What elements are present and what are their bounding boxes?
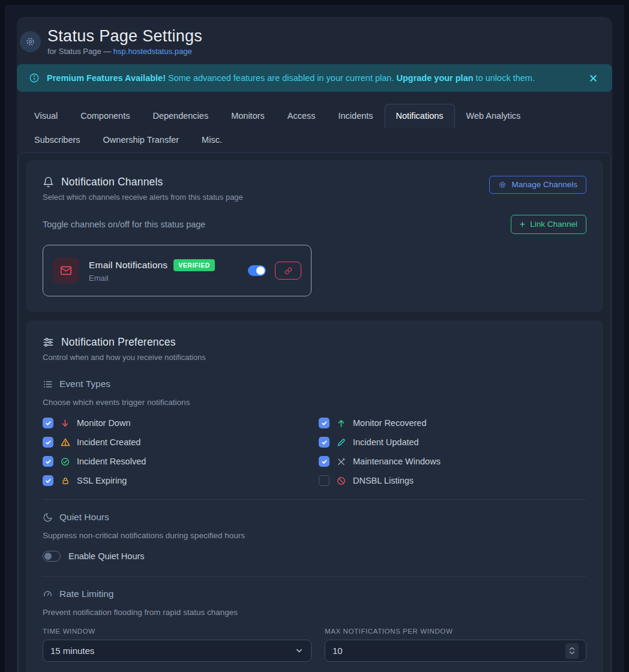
arrow-up-icon — [336, 419, 346, 428]
section-divider — [43, 576, 586, 577]
plus-icon: + — [520, 220, 525, 229]
event-label: Incident Created — [77, 437, 140, 447]
incident-resolved-checkbox[interactable] — [43, 456, 53, 467]
envelope-icon — [53, 257, 79, 284]
moon-icon — [43, 512, 53, 523]
max-notifications-label: MAX NOTIFICATIONS PER WINDOW — [325, 628, 586, 635]
incident-created-checkbox[interactable] — [43, 437, 53, 448]
monitor-down-checkbox[interactable] — [43, 418, 53, 428]
page-subtitle: for Status Page — hsp.hostedstatus.page — [47, 47, 202, 56]
event-label: Incident Resolved — [77, 457, 146, 466]
close-icon[interactable] — [586, 71, 600, 85]
event-dnsbl-listings: DNSBL Listings — [319, 474, 586, 487]
tab-visual[interactable]: Visual — [23, 104, 69, 128]
event-types-subtitle: Choose which events trigger notification… — [43, 398, 586, 407]
incident-updated-checkbox[interactable] — [319, 437, 330, 448]
settings-page: Status Page Settings for Status Page — h… — [17, 17, 612, 672]
manage-channels-button[interactable]: Manage Channels — [489, 176, 586, 194]
quiet-hours-subtitle: Suppress non-critical notifications duri… — [43, 531, 586, 540]
status-page-link[interactable]: hsp.hostedstatus.page — [113, 47, 192, 56]
check-circle-icon — [60, 457, 70, 466]
page-header: Status Page Settings for Status Page — h… — [17, 17, 612, 62]
email-channel-info: Email Notifications VERIFIED Email — [89, 259, 215, 283]
tab-access[interactable]: Access — [276, 104, 327, 128]
notification-preferences-card: Notification Preferences Control when an… — [26, 320, 603, 672]
rate-limiting-title: Rate Limiting — [59, 589, 113, 599]
upgrade-plan-link[interactable]: Upgrade your plan — [396, 73, 473, 83]
dnsbl-listings-checkbox[interactable] — [319, 475, 330, 486]
section-divider — [43, 499, 586, 500]
tools-icon — [336, 457, 346, 466]
subtitle-text: for Status Page — — [47, 47, 113, 56]
verified-badge: VERIFIED — [173, 259, 214, 271]
tab-notifications[interactable]: Notifications — [385, 104, 455, 128]
tab-dependencies[interactable]: Dependencies — [141, 104, 220, 128]
tab-subscribers[interactable]: Subscribers — [23, 128, 92, 152]
ssl-expiring-checkbox[interactable] — [43, 475, 53, 486]
event-monitor-down: Monitor Down — [43, 416, 319, 430]
tab-row-2: Subscribers Ownership Transfer Misc. — [23, 128, 606, 152]
tab-monitors[interactable]: Monitors — [220, 104, 276, 128]
monitor-recovered-checkbox[interactable] — [319, 418, 330, 428]
gauge-icon — [43, 589, 53, 599]
email-channel-toggle[interactable] — [248, 265, 266, 276]
event-label: SSL Expiring — [77, 476, 127, 485]
ban-icon — [336, 476, 346, 485]
quiet-hours-title: Quiet Hours — [59, 512, 109, 523]
event-label: Monitor Recovered — [353, 418, 427, 428]
link-channel-label: Link Channel — [530, 220, 577, 229]
banner-text: Some advanced features are disabled in y… — [166, 73, 396, 83]
banner-suffix: to unlock them. — [474, 73, 535, 83]
quiet-hours-toggle-label: Enable Quiet Hours — [68, 551, 145, 561]
preferences-subtitle: Control when and how you receive notific… — [43, 353, 586, 362]
max-notifications-field: MAX NOTIFICATIONS PER WINDOW — [325, 628, 586, 662]
gear-icon — [498, 181, 507, 189]
event-label: Maintenance Windows — [353, 457, 441, 466]
pencil-icon — [336, 438, 346, 447]
arrow-down-icon — [60, 419, 70, 428]
email-channel-card: Email Notifications VERIFIED Email — [43, 245, 311, 296]
max-notifications-input[interactable] — [333, 646, 565, 656]
channels-subtitle: Select which channels receive alerts fro… — [43, 193, 243, 202]
channels-title: Notification Channels — [61, 176, 163, 188]
channels-heading-block: Notification Channels Select which chann… — [43, 176, 243, 202]
preferences-title: Notification Preferences — [61, 336, 176, 349]
time-window-label: TIME WINDOW — [43, 628, 311, 635]
event-ssl-expiring: SSL Expiring — [43, 474, 319, 487]
page-title: Status Page Settings — [47, 27, 202, 46]
tab-row-1: Visual Components Dependencies Monitors … — [23, 104, 606, 128]
quiet-hours-toggle[interactable] — [43, 551, 61, 562]
tab-incidents[interactable]: Incidents — [327, 104, 385, 128]
event-incident-resolved: Incident Resolved — [43, 455, 319, 468]
time-window-select[interactable]: 15 minutes — [43, 640, 311, 662]
chain-link-icon — [284, 267, 292, 275]
channel-name: Email Notifications — [89, 260, 167, 271]
warning-triangle-icon — [60, 437, 70, 447]
page-title-block: Status Page Settings for Status Page — h… — [47, 27, 202, 56]
premium-banner: Premium Features Available! Some advance… — [17, 64, 612, 92]
tab-web-analytics[interactable]: Web Analytics — [455, 104, 532, 128]
banner-bold: Premium Features Available! — [47, 73, 166, 83]
tab-misc[interactable]: Misc. — [190, 128, 233, 152]
link-channel-button[interactable]: + Link Channel — [511, 215, 586, 234]
event-monitor-recovered: Monitor Recovered — [319, 416, 586, 430]
banner-message: Premium Features Available! Some advance… — [47, 73, 579, 83]
gear-icon — [20, 31, 41, 52]
unlink-channel-button[interactable] — [275, 262, 301, 280]
manage-channels-label: Manage Channels — [511, 181, 577, 189]
event-incident-created: Incident Created — [43, 436, 319, 449]
tab-ownership-transfer[interactable]: Ownership Transfer — [92, 128, 191, 152]
time-window-field: TIME WINDOW 15 minutes — [43, 628, 311, 662]
maintenance-windows-checkbox[interactable] — [319, 456, 330, 467]
number-stepper[interactable] — [565, 643, 579, 659]
event-incident-updated: Incident Updated — [319, 436, 586, 449]
event-label: DNSBL Listings — [353, 476, 414, 485]
chevron-down-icon — [295, 646, 304, 655]
list-icon — [43, 379, 53, 389]
toggle-channels-hint: Toggle channels on/off for this status p… — [43, 220, 205, 229]
app-background: Status Page Settings for Status Page — h… — [5, 5, 624, 672]
event-label: Incident Updated — [353, 437, 419, 447]
rate-limiting-subtitle: Prevent notification flooding from rapid… — [43, 608, 586, 617]
tab-components[interactable]: Components — [69, 104, 141, 128]
notifications-tab-panel: Notification Channels Select which chann… — [18, 152, 611, 672]
